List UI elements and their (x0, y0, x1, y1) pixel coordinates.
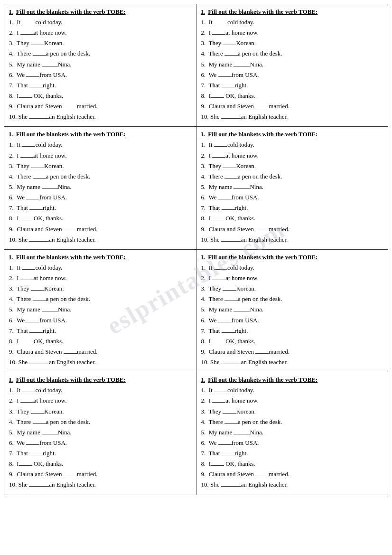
list-item: 8. I OK, thanks. (201, 214, 383, 223)
blank (31, 413, 44, 414)
blank (29, 364, 49, 364)
blank (255, 476, 269, 476)
blank (221, 118, 241, 119)
blank (33, 178, 46, 179)
section-title-3-2: I. Fill out the blankets with the verb T… (201, 254, 383, 261)
blank (26, 76, 39, 77)
list-item: 1. It cold today. (201, 18, 383, 27)
items-list: 1. It cold today. 2. I at home now. 3. T… (201, 263, 383, 367)
blank (42, 434, 58, 434)
list-item: 9. Claura and Steven married. (9, 470, 191, 479)
list-item: 9. Claura and Steven married. (201, 225, 383, 234)
list-item: 5. My name Nina. (9, 60, 191, 69)
list-item: 6. We from USA. (201, 70, 383, 80)
section-label: I. (201, 8, 205, 15)
list-item: 7. That right. (9, 326, 191, 336)
section-label: I. (201, 376, 205, 383)
cell-2-2: I. Fill out the blankets with the verb T… (196, 127, 389, 249)
list-item: 1. It cold today. (201, 140, 383, 150)
blank (64, 353, 77, 354)
blank (42, 188, 58, 189)
list-item: 7. That right. (201, 203, 383, 213)
list-item: 7. That right. (201, 449, 383, 458)
blank (20, 280, 34, 280)
list-item: 2. I at home now. (9, 273, 191, 283)
list-item: 6. We from USA. (9, 316, 191, 325)
section-instruction: Fill out the blankets with the verb TOBE… (208, 376, 317, 383)
blank (223, 168, 236, 168)
cell-3-2: I. Fill out the blankets with the verb T… (196, 250, 389, 372)
blank (214, 392, 227, 392)
list-item: 5. My name Nina. (9, 182, 191, 192)
list-item: 2. I at home now. (201, 28, 383, 38)
blank (29, 332, 43, 333)
list-item: 3. They Korean. (201, 284, 383, 293)
blank (214, 269, 227, 270)
blank (255, 231, 269, 231)
blank (218, 444, 232, 445)
blank (22, 146, 35, 147)
items-list: 1. It cold today. 2. I at home now. 3. T… (9, 18, 191, 122)
items-list: 1. It cold today. 2. I at home now. 3. T… (201, 140, 383, 244)
list-item: 8. I OK, thanks. (201, 459, 383, 469)
list-item: 4. There a pen on the desk. (9, 172, 191, 181)
blank (224, 55, 238, 56)
blank (29, 455, 43, 455)
list-item: 3. They Korean. (9, 38, 191, 48)
blank (224, 423, 238, 424)
blank (42, 311, 58, 311)
list-item: 7. That right. (201, 326, 383, 336)
list-item: 3. They Korean. (9, 161, 191, 171)
section-title-1-1: I. Fill out the blankets with the verb T… (9, 8, 191, 16)
blank (26, 444, 39, 445)
list-item: 9. Claura and Steven married. (9, 102, 191, 111)
blank (222, 209, 235, 210)
list-item: 3. They Korean. (201, 161, 383, 171)
list-item: 6. We from USA. (201, 193, 383, 202)
blank (222, 332, 235, 333)
blank (31, 168, 44, 168)
list-item: 3. They Korean. (201, 407, 383, 416)
list-item: 1. It cold today. (9, 386, 191, 395)
list-item: 9. Claura and Steven married. (9, 225, 191, 234)
list-item: 6. We from USA. (9, 193, 191, 202)
list-item: 10. She an English teacher. (201, 235, 383, 245)
list-item: 5. My name Nina. (201, 60, 383, 69)
section-instruction: Fill out the blankets with the verb TOBE… (208, 8, 317, 15)
list-item: 10. She an English teacher. (9, 112, 191, 122)
list-item: 5. My name Nina. (201, 305, 383, 314)
section-title-2-2: I. Fill out the blankets with the verb T… (201, 131, 383, 138)
blank (22, 24, 35, 24)
blank (20, 402, 34, 403)
blank (233, 66, 250, 66)
section-title-4-2: I. Fill out the blankets with the verb T… (201, 376, 383, 384)
list-item: 2. I at home now. (9, 396, 191, 405)
blank (19, 465, 32, 466)
list-item: 9. Claura and Steven married. (201, 470, 383, 479)
blank (222, 87, 235, 87)
blank (211, 343, 224, 343)
list-item: 10. She an English teacher. (9, 480, 191, 489)
list-item: 7. That right. (9, 81, 191, 90)
list-item: 8. I OK, thanks. (201, 337, 383, 346)
blank (19, 97, 32, 98)
blank (64, 231, 77, 231)
cell-3-1: I. Fill out the blankets with the verb T… (4, 250, 196, 372)
blank (214, 24, 227, 24)
list-item: 4. There a pen on the desk. (9, 294, 191, 304)
section-label: I. (9, 8, 13, 15)
list-item: 4. There a pen on the desk. (9, 417, 191, 427)
list-item: 4. There a pen on the desk. (9, 49, 191, 58)
list-item: 2. I at home now. (201, 273, 383, 283)
section-instruction: Fill out the blankets with the verb TOBE… (208, 254, 317, 261)
blank (233, 311, 250, 311)
blank (223, 290, 236, 291)
blank (212, 280, 225, 280)
section-instruction: Fill out the blankets with the verb TOBE… (16, 254, 126, 261)
list-item: 10. She an English teacher. (9, 357, 191, 367)
list-item: 8. I OK, thanks. (9, 337, 191, 346)
list-item: 6. We from USA. (201, 438, 383, 448)
items-list: 1. It cold today. 2. I at home now. 3. T… (201, 18, 383, 122)
section-label: I. (201, 131, 205, 138)
section-title-3-1: I. Fill out the blankets with the verb T… (9, 254, 191, 261)
